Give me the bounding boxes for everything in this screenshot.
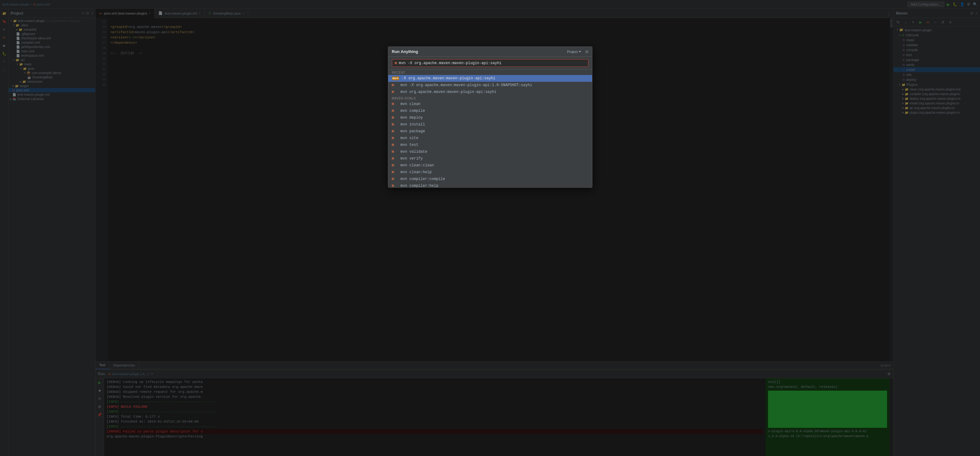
maven-icon: m — [392, 102, 398, 106]
run-anything-dialog: Run Anything Project ▾ ⊞ m mvn -X org.ap… — [388, 46, 592, 188]
run-anything-goal-clean-clean[interactable]: m mvn clean:clean — [388, 162, 592, 169]
maven-icon: m — [392, 184, 398, 187]
maven-icon: m — [392, 143, 398, 147]
run-anything-goal-compiler-help[interactable]: m mvn compiler:help — [388, 183, 592, 187]
maven-icon: m — [392, 122, 398, 127]
maven-icon: m — [392, 170, 398, 175]
run-anything-header: Run Anything Project ▾ ⊞ — [388, 47, 592, 57]
maven-icon: m — [392, 116, 398, 120]
maven-icon: m — [392, 163, 398, 168]
maven-icon: m — [392, 109, 398, 113]
run-anything-goal-compile[interactable]: m mvn compile — [388, 108, 592, 114]
recent-item-label: mvn org.apache.maven:maven-plugin-api:sa… — [401, 90, 497, 94]
maven-icon: m — [392, 177, 398, 181]
maven-icon: m — [392, 149, 398, 154]
project-label: Project — [567, 50, 578, 54]
goal-label: mvn deploy — [401, 116, 423, 120]
maven-icon: m — [392, 83, 398, 87]
run-anything-goal-clean-help[interactable]: m mvn clean:help — [388, 169, 592, 176]
run-anything-recent-item-2[interactable]: m mvn org.apache.maven:maven-plugin-api:… — [388, 89, 592, 95]
maven-input-icon: m — [395, 61, 397, 65]
run-anything-goal-validate[interactable]: m mvn validate — [388, 148, 592, 155]
maven-icon: m — [392, 136, 398, 140]
run-anything-goal-deploy[interactable]: m mvn deploy — [388, 114, 592, 121]
goal-label: mvn clean — [401, 102, 421, 106]
run-anything-recent-item-1[interactable]: m mvn -X org.apache.maven:maven-plugin-a… — [388, 82, 592, 89]
goal-label: mvn test — [401, 143, 418, 147]
goal-label: mvn package — [401, 129, 425, 133]
run-anything-goal-package[interactable]: m mvn package — [388, 128, 592, 135]
filter-icon[interactable]: ⊞ — [585, 49, 589, 54]
run-anything-recent-item-0[interactable]: mvn -X org.apache.maven:maven-plugin-api… — [388, 75, 592, 82]
maven-icon: m — [392, 90, 398, 94]
maven-icon: m — [392, 156, 398, 161]
run-anything-input-text[interactable]: mvn -X org.apache.maven:maven-plugin-api… — [399, 61, 501, 65]
recent-section-label: Recent — [388, 70, 592, 75]
recent-item-label: -X org.apache.maven:maven-plugin-api:say… — [401, 76, 495, 81]
run-anything-title: Run Anything — [392, 49, 565, 54]
recent-item-label: mvn -X org.apache.maven:maven-plugin-api… — [401, 83, 532, 87]
goal-label: mvn compiler:compile — [401, 177, 445, 181]
maven-goals-section-label: Maven Goals — [388, 95, 592, 101]
goal-label: mvn compile — [401, 109, 425, 113]
goal-label: mvn verify — [401, 156, 423, 161]
goal-label: mvn clean:clean — [401, 163, 434, 168]
run-anything-goal-verify[interactable]: m mvn verify — [388, 155, 592, 162]
maven-icon: m — [392, 129, 398, 133]
goal-label: mvn site — [401, 136, 418, 140]
run-anything-goal-clean[interactable]: m mvn clean — [388, 101, 592, 108]
run-anything-list: Recent mvn -X org.apache.maven:maven-plu… — [388, 70, 592, 187]
goal-label: mvn install — [401, 122, 425, 127]
goal-label: mvn compiler:help — [401, 184, 438, 187]
run-anything-goal-test[interactable]: m mvn test — [388, 141, 592, 148]
run-anything-input-row: m mvn -X org.apache.maven:maven-plugin-a… — [388, 57, 592, 70]
run-anything-project-selector[interactable]: Project ▾ — [567, 49, 581, 54]
goal-label: mvn validate — [401, 149, 427, 154]
run-anything-input-box[interactable]: m mvn -X org.apache.maven:maven-plugin-a… — [392, 59, 589, 67]
maven-icon: mvn — [392, 76, 399, 81]
run-anything-overlay[interactable]: Run Anything Project ▾ ⊞ m mvn -X org.ap… — [0, 0, 980, 456]
goal-label: mvn clean:help — [401, 170, 432, 175]
run-anything-goal-compiler-compile[interactable]: m mvn compiler:compile — [388, 176, 592, 183]
run-anything-goal-install[interactable]: m mvn install — [388, 121, 592, 128]
run-anything-goal-site[interactable]: m mvn site — [388, 135, 592, 141]
dropdown-icon: ▾ — [579, 49, 581, 54]
